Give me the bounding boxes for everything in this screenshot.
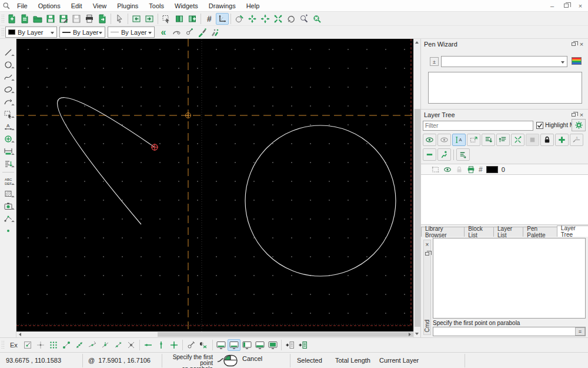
pointer-tool-button[interactable] [113,13,126,25]
circle-entity[interactable] [245,125,396,276]
menu-help[interactable]: Help [241,1,265,11]
save-as-button[interactable] [57,13,70,25]
print-preview-button[interactable] [96,13,109,25]
minimize-button[interactable]: – [546,1,559,11]
scroll-right-arrow[interactable] [409,333,411,336]
horizontal-scrollbar[interactable] [16,331,413,337]
set-relative-zero-button[interactable] [198,339,211,351]
pen-wizard-combo[interactable] [441,56,567,67]
new-from-template-button[interactable] [18,13,31,25]
float-panel-button[interactable] [569,111,577,119]
app-icon[interactable] [1,1,12,11]
menu-options[interactable]: Options [33,1,66,11]
layer-construction-icon[interactable]: # [479,165,483,174]
pen-linetype-combo[interactable]: By Layer [59,26,105,38]
float-panel-button[interactable] [569,41,577,48]
add-layer-button[interactable] [555,134,569,146]
snap-grid-button[interactable] [34,339,47,351]
snap-free-button[interactable] [21,339,34,351]
pen-color-combo[interactable]: By Layer [5,26,57,38]
lock-relative-zero-button[interactable] [185,339,198,351]
highlight-entities-button[interactable] [511,134,524,146]
zoom-in-button[interactable] [246,13,259,25]
text-tool-button[interactable]: ABCDEF [2,175,15,187]
menu-view[interactable]: View [88,1,112,11]
drawing-canvas[interactable] [16,39,413,331]
snap-grid-points-button[interactable] [47,339,60,351]
expand-tree-button[interactable] [496,134,510,146]
toolbar-grip[interactable] [1,28,4,37]
tab-layer-tree[interactable]: Layer Tree [557,226,588,237]
block-add-button[interactable] [186,13,199,25]
print-button[interactable] [83,13,96,25]
close-panel-button[interactable]: × [577,41,586,48]
new-drawing-button[interactable] [5,13,18,25]
close-panel-button[interactable]: × [426,241,429,250]
construction-icon[interactable] [432,165,440,174]
layer-row[interactable]: # 0 [421,164,588,174]
tab-library-browser[interactable]: Library Browser [421,227,465,237]
layer-tree-settings-button[interactable] [572,119,586,131]
toolbar-grip[interactable] [1,14,4,24]
line-tool-button[interactable] [2,46,15,58]
restrict-horizontal-button[interactable] [142,339,155,351]
grid-toggle-button[interactable]: # [203,13,216,25]
activate-layer-button[interactable] [437,148,451,161]
add-snap-widget-button[interactable] [296,339,309,351]
widget-fullscreen-button[interactable] [215,339,228,351]
redo-button[interactable] [143,13,156,25]
pen-wizard-expand-button[interactable]: ± [430,57,439,66]
vertical-scroll-thumb[interactable] [415,109,420,327]
layer-color-swatch[interactable] [486,166,498,173]
highlight-mode-checkbox[interactable] [536,122,543,129]
dimension-tool-button[interactable]: A [2,120,15,132]
snap-middle-button[interactable] [99,339,112,351]
dimension-layer-button[interactable]: A [570,134,583,146]
polyline-tool-button[interactable] [2,95,15,108]
show-all-layers-button[interactable] [423,134,436,146]
back-button[interactable]: « [157,26,170,38]
circle-tool-button[interactable] [2,58,15,71]
pen-width-combo[interactable]: By Layer [108,26,155,38]
pick-pen-button[interactable] [170,26,183,38]
spline-tool-button[interactable] [2,71,15,83]
widget-left-dock-button[interactable] [240,339,253,351]
snap-entity-button[interactable] [73,339,86,351]
snap-endpoints-button[interactable] [60,339,73,351]
vertical-scrollbar[interactable] [413,39,420,337]
block-list-button[interactable] [173,13,186,25]
command-history[interactable] [433,238,586,319]
rename-layer-button[interactable]: A [452,134,466,146]
order-tool-button[interactable] [2,157,15,170]
add-command-widget-button[interactable] [283,339,296,351]
close-button[interactable]: × [574,1,587,11]
hatch-tool-button[interactable] [2,187,15,200]
pick-pen2-button[interactable] [183,26,196,38]
modify-tool-button[interactable] [2,132,15,145]
zoom-auto-button[interactable] [272,13,285,25]
float-icon[interactable] [425,252,429,256]
save-all-button[interactable] [70,13,83,25]
zoom-previous-button[interactable] [285,13,298,25]
flatten-tree-button[interactable] [456,148,470,161]
menu-file[interactable]: File [12,1,33,11]
apply-pen-button[interactable] [196,26,209,38]
command-input[interactable] [433,327,586,336]
layer-lock-icon[interactable] [455,165,463,174]
image-tool-button[interactable] [2,200,15,212]
scroll-down-arrow[interactable] [415,333,419,335]
lock-layer-button[interactable] [540,134,554,146]
scroll-up-arrow[interactable] [415,41,419,44]
save-button[interactable] [44,13,57,25]
layer-filter-input[interactable] [423,121,533,131]
menu-tools[interactable]: Tools [143,1,169,11]
undo-button[interactable] [130,13,143,25]
scroll-left-arrow[interactable] [19,333,21,336]
tab-block-list[interactable]: Block List [464,227,494,237]
restrict-vertical-button[interactable] [155,339,168,351]
toolbar-grip[interactable] [1,340,4,350]
ortho-toggle-button[interactable] [216,13,229,25]
widget-statusbar-button[interactable] [228,339,240,351]
tab-layer-list[interactable]: Layer List [493,227,523,237]
zoom-window-button[interactable] [298,13,310,25]
